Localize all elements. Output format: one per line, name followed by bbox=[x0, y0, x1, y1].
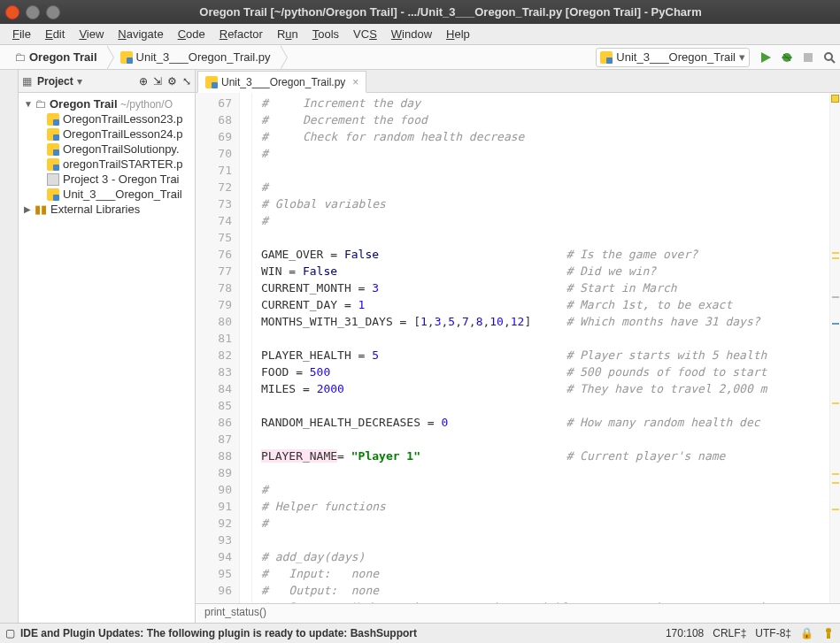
project-icon: ▦ bbox=[22, 75, 32, 88]
python-file-icon bbox=[120, 51, 133, 64]
run-button[interactable] bbox=[756, 48, 775, 67]
svg-marker-0 bbox=[761, 52, 771, 63]
run-config-label: Unit_3___Oregon_Trail bbox=[616, 50, 736, 64]
stripe-warning[interactable] bbox=[832, 257, 839, 259]
caret-position[interactable]: 170:108 bbox=[666, 627, 704, 639]
stripe-warning[interactable] bbox=[832, 402, 839, 404]
breadcrumb-project[interactable]: 🗀 Oregon Trail bbox=[0, 45, 106, 69]
menu-file[interactable]: File bbox=[5, 26, 38, 42]
tree-external-label: External Libraries bbox=[50, 203, 140, 216]
library-icon: ▮▮ bbox=[35, 203, 47, 216]
tree-file[interactable]: oregonTrailSTARTER.p bbox=[19, 157, 195, 172]
statusbar: ▢ IDE and Plugin Updates: The following … bbox=[0, 623, 840, 643]
window-maximize-button[interactable] bbox=[46, 5, 60, 19]
tree-file[interactable]: Unit_3___Oregon_Trail bbox=[19, 187, 195, 202]
menu-view[interactable]: View bbox=[72, 26, 111, 42]
project-tool-window: ▦ Project ▾ ⊕ ⇲ ⚙ ⤡ ▼ 🗀 Oregon Trail ~/p… bbox=[19, 70, 196, 623]
project-tree[interactable]: ▼ 🗀 Oregon Trail ~/python/O OregonTrailL… bbox=[19, 93, 195, 623]
python-file-icon bbox=[205, 76, 218, 88]
stripe-mark[interactable] bbox=[832, 296, 839, 298]
tool-windows-toggle[interactable]: ▢ bbox=[5, 627, 15, 639]
window-title: Oregon Trail [~/python/Oregon Trail] - .… bbox=[66, 5, 835, 19]
line-separator[interactable]: CRLF‡ bbox=[713, 627, 746, 639]
collapse-button[interactable]: ⊕ bbox=[139, 75, 148, 88]
debug-button[interactable] bbox=[777, 48, 797, 67]
menu-code[interactable]: Code bbox=[171, 26, 212, 42]
tree-root-path: ~/python/O bbox=[118, 98, 173, 111]
svg-rect-8 bbox=[827, 633, 830, 639]
stop-button bbox=[798, 48, 818, 67]
folder-icon: 🗀 bbox=[14, 50, 26, 64]
menu-tools[interactable]: Tools bbox=[305, 26, 346, 42]
editor-tab-label: Unit_3___Oregon_Trail.py bbox=[221, 76, 345, 88]
menubar: File Edit View Navigate Code Refactor Ru… bbox=[0, 24, 840, 45]
stop-icon bbox=[803, 52, 813, 63]
menu-run[interactable]: Run bbox=[270, 26, 305, 42]
tree-external-libraries[interactable]: ▶ ▮▮ External Libraries bbox=[19, 202, 195, 217]
svg-point-5 bbox=[825, 53, 832, 60]
breadcrumb-file[interactable]: Unit_3___Oregon_Trail.py bbox=[106, 45, 280, 69]
lock-icon[interactable]: 🔒 bbox=[800, 627, 813, 639]
window-close-button[interactable] bbox=[5, 5, 19, 19]
menu-help[interactable]: Help bbox=[439, 26, 477, 42]
tab-close-button[interactable]: × bbox=[352, 76, 358, 88]
breadcrumb-project-label: Oregon Trail bbox=[29, 50, 97, 64]
tree-root-label: Oregon Trail bbox=[50, 97, 118, 111]
menu-navigate[interactable]: Navigate bbox=[111, 26, 170, 42]
chevron-down-icon: ▾ bbox=[739, 50, 745, 64]
inspection-indicator[interactable] bbox=[831, 95, 839, 103]
gear-icon[interactable]: ⚙ bbox=[167, 75, 177, 88]
status-message[interactable]: IDE and Plugin Updates: The following pl… bbox=[20, 627, 417, 639]
menu-vcs[interactable]: VCS bbox=[346, 26, 384, 42]
search-icon bbox=[823, 51, 836, 64]
text-file-icon bbox=[47, 173, 59, 186]
python-file-icon bbox=[600, 51, 613, 64]
run-config-selector[interactable]: Unit_3___Oregon_Trail ▾ bbox=[596, 48, 750, 67]
editor-tabbar: Unit_3___Oregon_Trail.py × bbox=[196, 70, 840, 93]
editor-breadcrumbs[interactable]: print_status() bbox=[196, 603, 840, 623]
code-editor[interactable]: # Increment the day# Decrement the food#… bbox=[252, 93, 829, 603]
python-file-icon bbox=[47, 188, 59, 201]
stripe-warning[interactable] bbox=[832, 509, 839, 510]
tree-root[interactable]: ▼ 🗀 Oregon Trail ~/python/O bbox=[19, 96, 195, 111]
window-minimize-button[interactable] bbox=[26, 5, 40, 19]
menu-window[interactable]: Window bbox=[384, 26, 439, 42]
editor-crumb[interactable]: print_status() bbox=[204, 606, 266, 618]
hector-icon[interactable] bbox=[822, 627, 835, 639]
project-panel-title: Project bbox=[37, 75, 73, 88]
stripe-warning[interactable] bbox=[832, 252, 839, 254]
tree-expand-arrow[interactable]: ▼ bbox=[24, 99, 33, 109]
titlebar: Oregon Trail [~/python/Oregon Trail] - .… bbox=[0, 0, 840, 24]
python-file-icon bbox=[47, 113, 59, 126]
stripe-info[interactable] bbox=[832, 323, 839, 325]
tree-file[interactable]: OregonTrailSolutionpy. bbox=[19, 142, 195, 157]
tree-file[interactable]: Project 3 - Oregon Trai bbox=[19, 172, 195, 187]
tool-window-left-stripe[interactable] bbox=[0, 70, 19, 623]
python-file-icon bbox=[47, 158, 59, 171]
menu-refactor[interactable]: Refactor bbox=[212, 26, 270, 42]
tree-file[interactable]: OregonTrailLesson23.p bbox=[19, 111, 195, 126]
error-stripe[interactable] bbox=[829, 93, 840, 603]
stripe-warning[interactable] bbox=[832, 473, 839, 475]
menu-edit[interactable]: Edit bbox=[38, 26, 72, 42]
line-number-gutter[interactable]: 6768697071727374757677787980818283848586… bbox=[196, 93, 240, 603]
svg-point-7 bbox=[826, 628, 831, 633]
chevron-down-icon[interactable]: ▾ bbox=[77, 75, 82, 88]
stripe-warning[interactable] bbox=[832, 482, 839, 484]
file-encoding[interactable]: UTF-8‡ bbox=[755, 627, 791, 639]
navbar: 🗀 Oregon Trail Unit_3___Oregon_Trail.py … bbox=[0, 45, 840, 70]
svg-line-6 bbox=[831, 59, 835, 63]
autoscroll-button[interactable]: ⇲ bbox=[153, 75, 162, 88]
hide-button[interactable]: ⤡ bbox=[182, 75, 191, 88]
bug-icon bbox=[781, 51, 793, 64]
project-panel-header: ▦ Project ▾ ⊕ ⇲ ⚙ ⤡ bbox=[19, 70, 195, 93]
tree-file[interactable]: OregonTrailLesson24.p bbox=[19, 126, 195, 142]
tree-expand-arrow[interactable]: ▶ bbox=[24, 204, 33, 214]
search-button[interactable] bbox=[820, 48, 839, 67]
python-file-icon bbox=[47, 128, 59, 141]
editor-tab[interactable]: Unit_3___Oregon_Trail.py × bbox=[197, 71, 366, 93]
play-icon bbox=[759, 51, 772, 64]
fold-gutter[interactable] bbox=[240, 93, 252, 603]
folder-icon: 🗀 bbox=[35, 97, 46, 111]
editor-area: Unit_3___Oregon_Trail.py × 6768697071727… bbox=[196, 70, 840, 623]
